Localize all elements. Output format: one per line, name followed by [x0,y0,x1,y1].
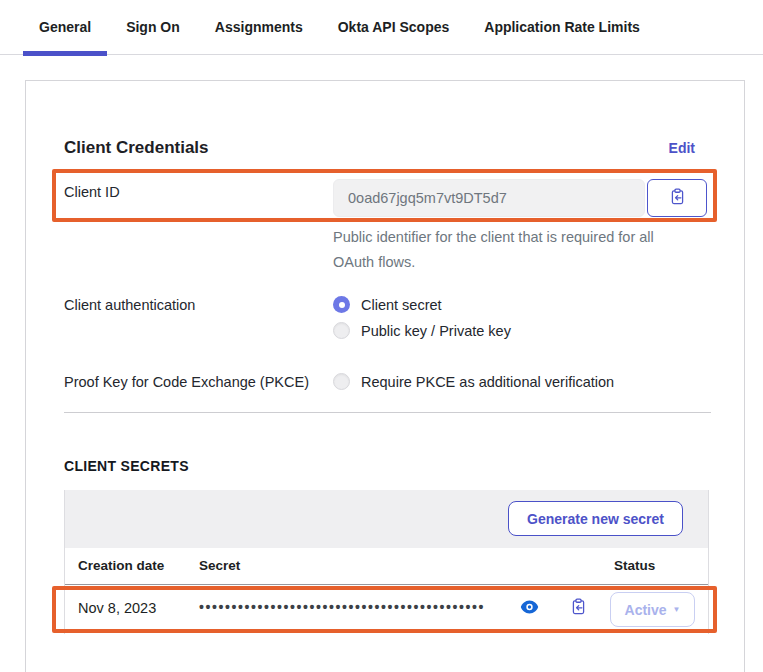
column-header-secret: Secret [199,558,240,573]
status-label: Active [625,602,667,618]
client-secrets-table: Generate new secret Creation date Secret… [64,490,709,634]
secret-table-row: Nov 8, 2023 ••••••••••••••••••••••••••••… [65,585,708,634]
edit-link[interactable]: Edit [669,140,695,156]
radio-client-secret-label: Client secret [361,297,442,313]
status-dropdown-active[interactable]: Active ▼ [610,592,695,627]
tab-bar: General Sign On Assignments Okta API Sco… [0,0,763,55]
tab-general[interactable]: General [23,0,107,55]
section-divider [64,412,711,413]
table-toolbar: Generate new secret [65,490,708,548]
tab-sign-on[interactable]: Sign On [110,0,196,55]
client-authentication-label: Client authentication [64,297,195,313]
client-credentials-card: Client Credentials Edit Client ID Public… [25,80,745,672]
pkce-label: Proof Key for Code Exchange (PKCE) [64,374,309,390]
copy-secret-button[interactable] [567,597,589,619]
tab-assignments[interactable]: Assignments [199,0,319,55]
client-credentials-title: Client Credentials [64,138,209,158]
client-id-input[interactable] [333,179,645,217]
client-id-label: Client ID [64,184,120,200]
column-header-status: Status [614,558,655,573]
table-header-row: Creation date Secret Status [65,548,708,585]
pkce-checkbox[interactable] [333,373,350,390]
tab-application-rate-limits[interactable]: Application Rate Limits [468,0,656,55]
clipboard-copy-icon [570,598,587,619]
masked-secret-value: ••••••••••••••••••••••••••••••••••••••••… [199,599,485,615]
generate-new-secret-button[interactable]: Generate new secret [508,501,683,536]
okta-app-settings-page: General Sign On Assignments Okta API Sco… [0,0,763,672]
chevron-down-icon: ▼ [673,605,681,614]
tab-okta-api-scopes[interactable]: Okta API Scopes [322,0,466,55]
radio-public-private-key[interactable] [333,322,350,339]
radio-client-secret[interactable] [333,296,350,313]
eye-icon [520,600,539,618]
clipboard-copy-icon [669,188,686,209]
column-header-creation-date: Creation date [78,558,164,573]
radio-public-private-key-label: Public key / Private key [361,323,511,339]
client-id-help-text: Public identifier for the client that is… [333,225,663,275]
reveal-secret-button[interactable] [518,598,540,620]
secret-creation-date: Nov 8, 2023 [78,600,156,616]
copy-client-id-button[interactable] [647,179,707,217]
pkce-option-label: Require PKCE as additional verification [361,374,614,390]
client-secrets-title: CLIENT SECRETS [64,458,189,474]
